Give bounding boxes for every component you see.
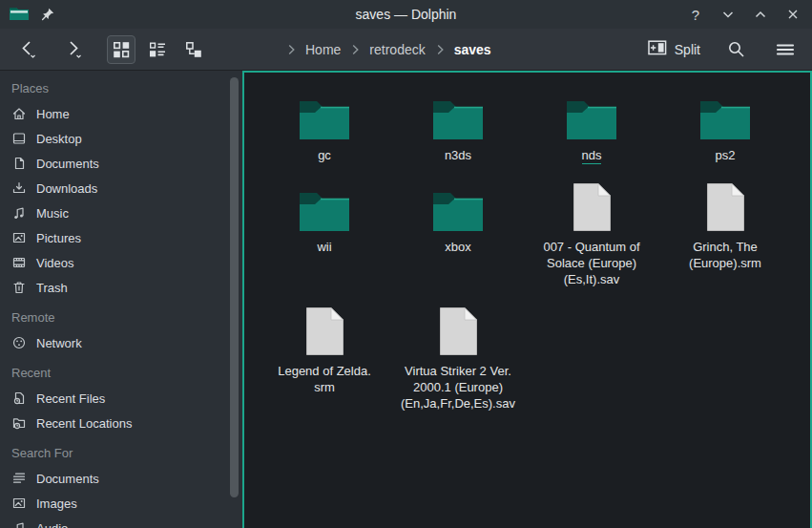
folder-item-xbox[interactable]: xbox xyxy=(391,183,525,255)
file-item-legend-of-zelda[interactable]: Legend of Zelda. srm xyxy=(258,307,391,395)
sidebar-item-trash[interactable]: Trash xyxy=(0,275,242,300)
document-icon xyxy=(11,156,27,171)
item-label: wii xyxy=(317,239,331,255)
sidebar-item-downloads[interactable]: Downloads xyxy=(0,176,242,201)
folder-item-gc[interactable]: gc xyxy=(258,92,391,163)
recent-file-icon xyxy=(11,391,27,406)
breadcrumb-chevron-icon xyxy=(284,42,298,57)
sidebar-item-documents[interactable]: Documents xyxy=(0,151,242,176)
file-item-virtua-striker-2-ver[interactable]: Virtua Striker 2 Ver. 2000.1 (Europe) (E… xyxy=(391,307,525,412)
breadcrumb-item-retrodeck[interactable]: retrodeck xyxy=(365,40,428,59)
pin-icon[interactable] xyxy=(38,5,57,24)
download-icon xyxy=(11,180,27,196)
sidebar-section-title: Recent xyxy=(0,361,242,386)
home-icon xyxy=(11,106,27,121)
dolphin-window: saves — Dolphin ? xyxy=(0,0,812,528)
titlebar-left xyxy=(10,5,210,25)
item-label: xbox xyxy=(445,239,470,255)
file-icon xyxy=(440,307,477,355)
sidebar-item-network[interactable]: Network xyxy=(0,330,242,355)
close-button[interactable] xyxy=(783,5,802,24)
folder-icon xyxy=(300,92,349,139)
sidebar-item-label: Music xyxy=(36,206,69,221)
split-button[interactable]: Split xyxy=(648,40,700,58)
sidebar-item-label: Downloads xyxy=(36,181,97,196)
folder-icon xyxy=(433,92,483,139)
desktop-icon xyxy=(11,131,27,146)
sidebar-item-label: Trash xyxy=(36,281,68,295)
sidebar-item-documents[interactable]: Documents xyxy=(0,466,242,491)
maximize-button[interactable] xyxy=(751,5,770,24)
sidebar-item-label: Documents xyxy=(36,157,99,171)
item-label: gc xyxy=(318,147,331,163)
sidebar-item-label: Recent Files xyxy=(36,391,105,406)
item-label: ps2 xyxy=(716,147,736,163)
window-controls: ? xyxy=(602,5,802,24)
network-globe-icon xyxy=(11,335,27,350)
breadcrumb-item-home[interactable]: Home xyxy=(302,40,344,59)
film-icon xyxy=(11,255,27,270)
sidebar-item-pictures[interactable]: Pictures xyxy=(0,225,242,250)
file-icon xyxy=(707,183,744,231)
icons-view-button[interactable] xyxy=(107,35,135,64)
sidebar-item-audio[interactable]: Audio xyxy=(0,516,242,528)
sidebar-section-recent: RecentRecent FilesRecent Locations xyxy=(0,361,242,435)
file-icon xyxy=(306,307,344,355)
file-item-grinch-the[interactable]: Grinch, The (Europe).srm xyxy=(658,183,792,271)
file-icon xyxy=(573,183,611,231)
toolbar: Homeretrodecksaves Split xyxy=(0,29,812,71)
hamburger-menu-icon[interactable] xyxy=(770,35,801,64)
music-note-icon xyxy=(11,205,27,221)
sidebar-item-label: Videos xyxy=(36,256,74,270)
dolphin-folder-icon xyxy=(10,5,29,25)
sidebar-item-desktop[interactable]: Desktop xyxy=(0,126,242,151)
breadcrumb-item-saves[interactable]: saves xyxy=(450,40,495,59)
sidebar-section-title: Search For xyxy=(0,441,242,466)
sidebar-section-search-for: Search ForDocumentsImagesAudio xyxy=(0,441,242,528)
forward-button[interactable] xyxy=(57,33,90,65)
music-note-icon xyxy=(11,520,27,528)
details-view-button[interactable] xyxy=(143,35,172,64)
sidebar-item-recent-files[interactable]: Recent Files xyxy=(0,386,242,411)
help-button[interactable]: ? xyxy=(686,5,705,24)
image-icon xyxy=(11,496,27,511)
sidebar-item-music[interactable]: Music xyxy=(0,201,242,225)
folder-item-n3ds[interactable]: n3ds xyxy=(391,92,525,163)
sidebar-item-images[interactable]: Images xyxy=(0,491,242,516)
item-label: 007 - Quantum of Solace (Europe) (Es,It)… xyxy=(543,239,639,287)
folder-item-wii[interactable]: wii xyxy=(258,183,391,255)
sidebar-section-title: Places xyxy=(0,76,242,101)
folder-item-nds[interactable]: nds xyxy=(525,92,658,163)
folder-icon xyxy=(300,183,349,231)
sidebar-item-label: Network xyxy=(36,336,82,350)
sidebar-section-remote: RemoteNetwork xyxy=(0,306,242,355)
view-mode-buttons xyxy=(107,35,208,64)
window-title: saves — Dolphin xyxy=(210,7,602,22)
sidebar-item-label: Audio xyxy=(36,521,68,528)
folder-icon xyxy=(433,183,483,231)
toolbar-right xyxy=(721,34,801,64)
sidebar-scrollbar[interactable] xyxy=(230,77,239,497)
trash-icon xyxy=(11,280,27,295)
tree-view-button[interactable] xyxy=(179,35,208,64)
sidebar-item-label: Documents xyxy=(36,472,99,486)
sidebar-item-recent-locations[interactable]: Recent Locations xyxy=(0,411,242,435)
sidebar-item-label: Images xyxy=(36,496,77,511)
sidebar-section-places: PlacesHomeDesktopDocumentsDownloadsMusic… xyxy=(0,76,242,300)
text-lines-icon xyxy=(11,471,27,486)
sidebar-item-videos[interactable]: Videos xyxy=(0,250,242,275)
folder-view[interactable]: gc n3ds nds ps2 wii xbox 007 - Quantum o… xyxy=(242,71,812,528)
back-button[interactable] xyxy=(11,33,44,65)
folder-item-ps2[interactable]: ps2 xyxy=(658,92,792,163)
sidebar-item-home[interactable]: Home xyxy=(0,101,242,126)
files-grid: gc n3ds nds ps2 wii xbox 007 - Quantum o… xyxy=(244,73,810,412)
split-button-label: Split xyxy=(675,42,700,57)
item-label: Virtua Striker 2 Ver. 2000.1 (Europe) (E… xyxy=(401,363,515,412)
minimize-button[interactable] xyxy=(718,5,738,24)
item-label: Grinch, The (Europe).srm xyxy=(689,239,761,271)
recent-folder-icon xyxy=(11,415,27,431)
search-icon[interactable] xyxy=(721,34,751,64)
sidebar-item-label: Desktop xyxy=(36,132,82,146)
breadcrumb-chevron-icon xyxy=(433,42,447,57)
file-item-007-quantum-of[interactable]: 007 - Quantum of Solace (Europe) (Es,It)… xyxy=(525,183,658,287)
